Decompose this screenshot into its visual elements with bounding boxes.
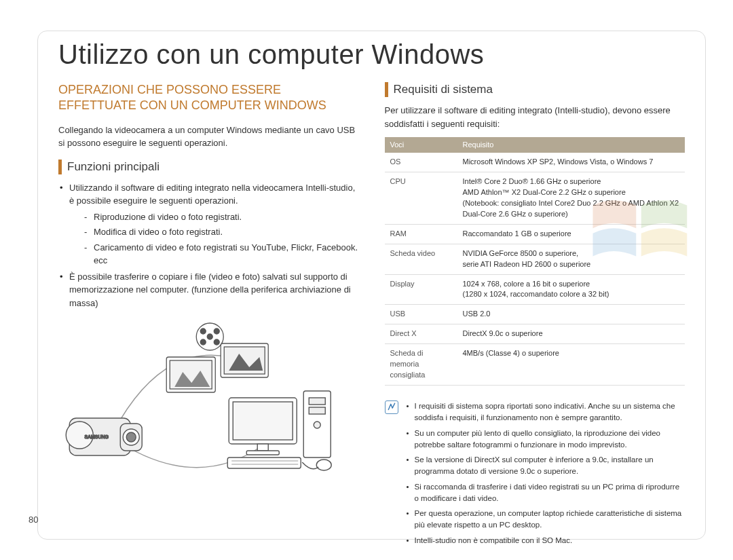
- table-row: Direct XDirectX 9.0c o superiore: [385, 324, 685, 344]
- svg-point-9: [207, 334, 212, 339]
- table-row: USBUSB 2.0: [385, 305, 685, 324]
- accent-bar-icon: [385, 82, 388, 97]
- accent-bar-icon: [58, 160, 62, 174]
- svg-rect-19: [233, 402, 293, 440]
- svg-point-29: [316, 460, 331, 470]
- cell-val: Intel® Core 2 Duo® 1.66 GHz o superiore …: [457, 172, 685, 224]
- list-item: È possibile trasferire o copiare i file …: [58, 270, 359, 310]
- cell-key: OS: [385, 153, 457, 172]
- right-column: Requisiti di sistema Per utilizzare il s…: [385, 82, 685, 550]
- cell-val: 1024 x 768, colore a 16 bit o superiore …: [457, 274, 685, 305]
- notes-block: I requisiti di sistema sopra riportati s…: [385, 400, 685, 550]
- intro-text-left: Collegando la videocamera a un computer …: [58, 124, 359, 150]
- svg-rect-21: [246, 451, 279, 455]
- cell-key: Scheda video: [385, 244, 457, 274]
- cell-val: 4MB/s (Classe 4) o superiore: [457, 344, 685, 386]
- cell-key: Scheda di memoria consigliata: [385, 344, 457, 386]
- subheading-funzioni: Funzioni principali: [58, 160, 359, 174]
- cell-key: RAM: [385, 224, 457, 244]
- list-item: Se la versione di DirectX sul computer è…: [407, 454, 685, 478]
- svg-rect-20: [257, 444, 268, 451]
- list-item: Per questa operazione, un computer lapto…: [407, 508, 685, 531]
- table-header-voci: Voci: [385, 137, 457, 153]
- table-row: Scheda videoNVIDIA GeForce 8500 o superi…: [385, 244, 685, 274]
- left-column: OPERAZIONI CHE POSSONO ESSERE EFFETTUATE…: [58, 82, 359, 550]
- list-item: Si raccomanda di trasferire i dati video…: [407, 481, 685, 505]
- table-row: Display1024 x 768, colore a 16 bit o sup…: [385, 274, 685, 305]
- table-row: Scheda di memoria consigliata4MB/s (Clas…: [385, 344, 685, 386]
- subheading-funzioni-label: Funzioni principali: [67, 160, 159, 174]
- notes-list: I requisiti di sistema sopra riportati s…: [407, 400, 685, 550]
- cell-key: CPU: [385, 172, 457, 224]
- svg-point-6: [126, 432, 136, 442]
- cell-val: Raccomandato 1 GB o superiore: [457, 224, 685, 244]
- list-item: Modifica di video o foto registrati.: [84, 225, 359, 239]
- cell-key: USB: [385, 305, 457, 324]
- svg-point-10: [200, 329, 206, 334]
- page-title: Utilizzo con un computer Windows: [58, 39, 685, 70]
- note-icon: [385, 400, 398, 414]
- cell-val: USB 2.0: [457, 305, 685, 324]
- page-container: Utilizzo con un computer Windows OPERAZI…: [37, 31, 706, 540]
- svg-point-13: [214, 339, 219, 345]
- svg-rect-26: [227, 458, 301, 468]
- svg-point-11: [214, 329, 219, 334]
- list-funzioni: Utilizzando il software di editing integ…: [58, 181, 359, 310]
- illustration-camera-to-pc: SAMSUNG: [58, 316, 359, 472]
- intro-text-right: Per utilizzare il software di editing in…: [385, 104, 685, 130]
- svg-point-12: [200, 339, 206, 345]
- table-row: CPUIntel® Core 2 Duo® 1.66 GHz o superio…: [385, 172, 685, 224]
- subheading-requisiti: Requisiti di sistema: [385, 82, 685, 97]
- table-row: OSMicrosoft Windows XP SP2, Windows Vist…: [385, 153, 685, 172]
- cell-val: DirectX 9.0c o superiore: [457, 324, 685, 344]
- list-item: Riproduzione di video o foto registrati.: [84, 210, 359, 224]
- cell-val: Microsoft Windows XP SP2, Windows Vista,…: [457, 153, 685, 172]
- subheading-requisiti-label: Requisiti di sistema: [394, 83, 493, 96]
- table-row: RAMRaccomandato 1 GB o superiore: [385, 224, 685, 244]
- section-heading-left: OPERAZIONI CHE POSSONO ESSERE EFFETTUATE…: [58, 82, 359, 114]
- cell-key: Direct X: [385, 324, 457, 344]
- cell-key: Display: [385, 274, 457, 305]
- page-number: 80: [29, 515, 38, 525]
- list-item: Su un computer più lento di quello consi…: [407, 428, 685, 451]
- list-item: Caricamento di video e foto registrati s…: [84, 241, 359, 267]
- list-item: I requisiti di sistema sopra riportati s…: [407, 400, 685, 424]
- columns: OPERAZIONI CHE POSSONO ESSERE EFFETTUATE…: [58, 82, 685, 550]
- sub-list: Riproduzione di video o foto registrati.…: [69, 210, 359, 267]
- svg-rect-24: [309, 407, 325, 414]
- requirements-table: Voci Requisito OSMicrosoft Windows XP SP…: [385, 137, 685, 386]
- list-item: Intelli-studio non è compatibile con il …: [407, 535, 685, 546]
- svg-text:SAMSUNG: SAMSUNG: [85, 434, 109, 439]
- list-item-text: Utilizzando il software di editing integ…: [69, 183, 355, 206]
- table-header-requisito: Requisito: [457, 137, 685, 153]
- list-item: Utilizzando il software di editing integ…: [58, 181, 359, 267]
- svg-point-25: [314, 422, 320, 428]
- cell-val: NVIDIA GeForce 8500 o superiore, serie A…: [457, 244, 685, 274]
- illustration-svg: SAMSUNG: [58, 316, 359, 472]
- svg-rect-23: [309, 398, 325, 405]
